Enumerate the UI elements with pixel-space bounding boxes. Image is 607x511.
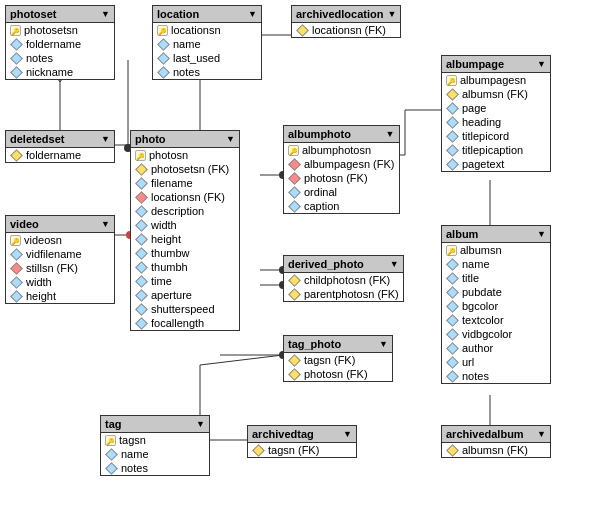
table-header-archivedtag[interactable]: archivedtag▼ <box>248 426 356 443</box>
field-name: ordinal <box>304 186 337 198</box>
field-name: description <box>151 205 204 217</box>
table-location: location▼🔑locationsnnamelast_usednotes <box>152 5 262 80</box>
table-row: 🔑tagsn <box>101 433 209 447</box>
table-row: url <box>442 355 550 369</box>
diamond-blue-icon <box>446 144 459 157</box>
table-title-photoset: photoset <box>10 8 56 20</box>
table-row: parentphotosn (FK) <box>284 287 403 301</box>
table-row: tagsn (FK) <box>284 353 392 367</box>
diamond-blue-icon <box>105 462 118 475</box>
diamond-blue-icon <box>446 328 459 341</box>
field-name: videosn <box>24 234 62 246</box>
table-header-video[interactable]: video▼ <box>6 216 114 233</box>
field-name: bgcolor <box>462 300 498 312</box>
table-row: tagsn (FK) <box>248 443 356 457</box>
table-arrow-album[interactable]: ▼ <box>537 229 546 239</box>
table-arrow-tag[interactable]: ▼ <box>196 419 205 429</box>
diamond-blue-icon <box>135 303 148 316</box>
table-row: focallength <box>131 316 239 330</box>
diamond-yellow-icon <box>288 354 301 367</box>
table-title-albumpage: albumpage <box>446 58 504 70</box>
table-row: title <box>442 271 550 285</box>
table-row: 🔑photosetsn <box>6 23 114 37</box>
table-header-deletedset[interactable]: deletedset▼ <box>6 131 114 148</box>
field-name: url <box>462 356 474 368</box>
field-name: aperture <box>151 289 192 301</box>
table-header-album[interactable]: album▼ <box>442 226 550 243</box>
table-row: titlepicaption <box>442 143 550 157</box>
table-header-photo[interactable]: photo▼ <box>131 131 239 148</box>
table-arrow-deletedset[interactable]: ▼ <box>101 134 110 144</box>
table-row: aperture <box>131 288 239 302</box>
field-name: albumpagesn (FK) <box>304 158 395 170</box>
table-archivedlocation: archivedlocation▼locationsn (FK) <box>291 5 401 38</box>
table-arrow-archivedtag[interactable]: ▼ <box>343 429 352 439</box>
field-name: author <box>462 342 493 354</box>
field-name: thumbw <box>151 247 190 259</box>
diamond-yellow-icon <box>135 163 148 176</box>
table-title-video: video <box>10 218 39 230</box>
diamond-blue-icon <box>446 286 459 299</box>
table-title-archivedlocation: archivedlocation <box>296 8 383 20</box>
table-arrow-albumpage[interactable]: ▼ <box>537 59 546 69</box>
field-name: textcolor <box>462 314 504 326</box>
table-title-album: album <box>446 228 478 240</box>
key-icon: 🔑 <box>135 150 146 161</box>
key-icon: 🔑 <box>288 145 299 156</box>
field-name: caption <box>304 200 339 212</box>
table-header-archivedalbum[interactable]: archivedalbum▼ <box>442 426 550 443</box>
table-row: width <box>6 275 114 289</box>
table-row: name <box>442 257 550 271</box>
diamond-yellow-icon <box>10 149 23 162</box>
field-name: focallength <box>151 317 204 329</box>
field-name: name <box>462 258 490 270</box>
table-archivedtag: archivedtag▼tagsn (FK) <box>247 425 357 458</box>
field-name: photosetsn <box>24 24 78 36</box>
diamond-blue-icon <box>446 356 459 369</box>
diamond-blue-icon <box>135 275 148 288</box>
table-header-location[interactable]: location▼ <box>153 6 261 23</box>
table-header-albumphoto[interactable]: albumphoto▼ <box>284 126 399 143</box>
table-row: caption <box>284 199 399 213</box>
table-arrow-archivedalbum[interactable]: ▼ <box>537 429 546 439</box>
field-name: width <box>151 219 177 231</box>
field-name: height <box>151 233 181 245</box>
table-header-tag[interactable]: tag▼ <box>101 416 209 433</box>
table-arrow-location[interactable]: ▼ <box>248 9 257 19</box>
field-name: foldername <box>26 38 81 50</box>
field-name: foldername <box>26 149 81 161</box>
table-row: stillsn (FK) <box>6 261 114 275</box>
table-header-derived_photo[interactable]: derived_photo▼ <box>284 256 403 273</box>
table-arrow-photo[interactable]: ▼ <box>226 134 235 144</box>
table-row: name <box>101 447 209 461</box>
field-name: width <box>26 276 52 288</box>
table-arrow-albumphoto[interactable]: ▼ <box>386 129 395 139</box>
table-row: vidfilename <box>6 247 114 261</box>
table-header-tag_photo[interactable]: tag_photo▼ <box>284 336 392 353</box>
table-arrow-tag_photo[interactable]: ▼ <box>379 339 388 349</box>
table-row: textcolor <box>442 313 550 327</box>
table-arrow-photoset[interactable]: ▼ <box>101 9 110 19</box>
table-arrow-archivedlocation[interactable]: ▼ <box>387 9 396 19</box>
field-name: titlepicord <box>462 130 509 142</box>
table-header-photoset[interactable]: photoset▼ <box>6 6 114 23</box>
table-arrow-derived_photo[interactable]: ▼ <box>390 259 399 269</box>
table-row: childphotosn (FK) <box>284 273 403 287</box>
table-header-archivedlocation[interactable]: archivedlocation▼ <box>292 6 400 23</box>
table-title-derived_photo: derived_photo <box>288 258 364 270</box>
diamond-yellow-icon <box>288 274 301 287</box>
field-name: heading <box>462 116 501 128</box>
table-arrow-video[interactable]: ▼ <box>101 219 110 229</box>
field-name: stillsn (FK) <box>26 262 78 274</box>
field-name: tagsn (FK) <box>304 354 355 366</box>
key-icon: 🔑 <box>446 245 457 256</box>
diamond-blue-icon <box>105 448 118 461</box>
diamond-red-icon <box>288 172 301 185</box>
table-row: author <box>442 341 550 355</box>
table-row: notes <box>101 461 209 475</box>
table-title-tag_photo: tag_photo <box>288 338 341 350</box>
table-row: notes <box>442 369 550 383</box>
table-header-albumpage[interactable]: albumpage▼ <box>442 56 550 73</box>
table-row: 🔑albumpagesn <box>442 73 550 87</box>
table-row: heading <box>442 115 550 129</box>
